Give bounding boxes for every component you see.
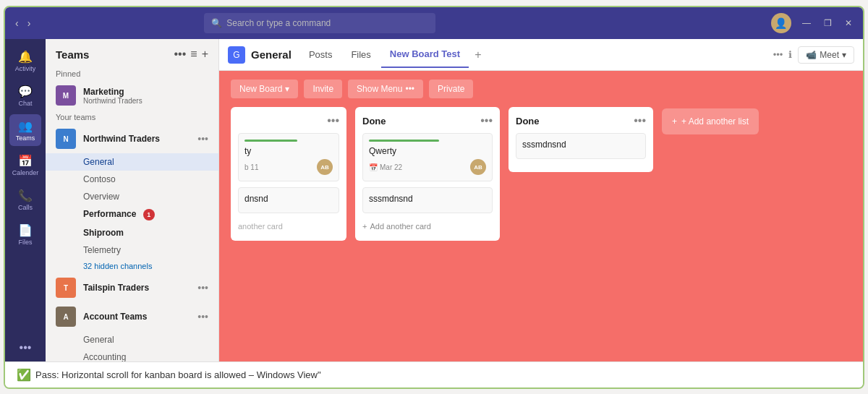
pinned-section-label: Pinned (46, 67, 218, 81)
new-board-arrow-icon: ▾ (285, 84, 289, 94)
icon-rail: 🔔 Activity 💬 Chat 👥 Teams 📅 Calender 📞 C… (5, 39, 46, 361)
chat-label: Chat (18, 100, 32, 107)
team-item-tailspin[interactable]: T Tailspin Traders ••• (46, 273, 218, 302)
pass-icon: ✅ (17, 368, 31, 382)
add-list-label: + Add another list (681, 116, 749, 127)
tailspin-name: Tailspin Traders (83, 283, 190, 293)
board-columns: ••• ty b 11 AB dnsnd (219, 107, 863, 361)
account-more-button[interactable]: ••• (197, 311, 208, 322)
channel-item-telemetry[interactable]: Telemetry (46, 241, 218, 259)
nav-arrows: ‹ › (12, 16, 33, 30)
pinned-team-sub: Northwind Traders (83, 97, 208, 105)
chat-icon: 💬 (18, 85, 33, 98)
sidebar-more-button[interactable]: ••• (174, 48, 187, 61)
teams-icon: 👥 (18, 119, 33, 133)
title-bar-actions: 👤 — ❒ ✕ (771, 13, 856, 33)
northwind-info: Northwind Traders (83, 134, 190, 144)
private-label: Private (438, 84, 464, 94)
tailspin-more-button[interactable]: ••• (197, 282, 208, 294)
northwind-avatar: N (56, 129, 76, 149)
channel-item-overview[interactable]: Overview (46, 188, 218, 205)
channel-item-accounting[interactable]: Accounting (46, 348, 218, 361)
column-2-title: Done (362, 116, 386, 127)
standalone-card[interactable]: sssmdnsnd (516, 133, 646, 159)
nav-back-button[interactable]: ‹ (12, 16, 22, 30)
column-3-header: Done ••• (516, 114, 646, 127)
board-toolbar: New Board ▾ Invite Show Menu ••• Private (219, 71, 863, 107)
column-3-more-button[interactable]: ••• (634, 114, 646, 127)
add-list-button[interactable]: + + Add another list (662, 108, 759, 134)
restore-button[interactable]: ❒ (820, 17, 835, 30)
sidebar-title: Teams (56, 48, 89, 61)
northwind-more-button[interactable]: ••• (197, 133, 208, 145)
sidebar-item-calls[interactable]: 📞 Calls (9, 184, 41, 215)
card-3-meta: 📅 Mar 22 AB (369, 159, 486, 175)
sidebar-item-activity[interactable]: 🔔 Activity (9, 45, 41, 77)
team-item-northwind[interactable]: N Northwind Traders ••• (46, 124, 218, 153)
nav-forward-button[interactable]: › (25, 16, 34, 30)
tailspin-avatar: T (56, 278, 76, 298)
sidebar-item-teams[interactable]: 👥 Teams (9, 114, 41, 146)
show-menu-dots-icon: ••• (405, 84, 414, 94)
sidebar-add-team-button[interactable]: + (202, 48, 208, 61)
channel-item-contoso[interactable]: Contoso (46, 171, 218, 188)
tab-posts[interactable]: Posts (300, 42, 341, 67)
more-apps-button[interactable]: ••• (20, 341, 32, 354)
sidebar-item-calendar[interactable]: 📅 Calender (9, 149, 41, 181)
add-tab-button[interactable]: + (470, 46, 485, 64)
show-menu-button[interactable]: Show Menu ••• (348, 80, 423, 98)
hidden-channels-link[interactable]: 32 hidden channels (46, 259, 218, 273)
private-button[interactable]: Private (429, 80, 473, 98)
bottom-bar: ✅ Pass: Horizontal scroll for kanban boa… (5, 361, 863, 387)
channel-item-general[interactable]: General (46, 153, 218, 171)
card-3-title: Qwerty (369, 146, 486, 156)
sidebar-item-files[interactable]: 📄 Files (9, 218, 41, 250)
card-3-member-avatar: AB (470, 159, 486, 175)
sidebar-item-chat[interactable]: 💬 Chat (9, 80, 41, 111)
column-3-title: Done (516, 116, 540, 127)
meet-chevron-icon: ▾ (842, 50, 846, 60)
board-column-done-2: Done ••• sssmdnsnd (509, 107, 653, 172)
card-1-meta: b 11 AB (244, 159, 333, 175)
channel-item-account-general[interactable]: General (46, 331, 218, 348)
search-bar[interactable]: 🔍 Search or type a command (204, 13, 435, 33)
column-1-header: ••• (238, 114, 339, 127)
board-column-done-1: Done ••• Qwerty 📅 Mar 22 AB (355, 107, 500, 241)
card-4[interactable]: sssmdnsnd (362, 187, 493, 213)
northwind-name: Northwind Traders (83, 134, 190, 144)
team-item-account[interactable]: A Account Teams ••• (46, 302, 218, 331)
card-1-title: ty (244, 146, 333, 156)
tab-files[interactable]: Files (342, 42, 379, 67)
card-3[interactable]: Qwerty 📅 Mar 22 AB (362, 133, 493, 181)
performance-badge: 1 (143, 209, 155, 220)
new-board-button[interactable]: New Board ▾ (231, 80, 298, 98)
add-card-button-col2[interactable]: + Add another card (362, 219, 493, 234)
invite-button[interactable]: Invite (304, 80, 342, 98)
card-2[interactable]: dnsnd (238, 187, 339, 213)
channel-item-performance[interactable]: Performance 1 (46, 205, 218, 224)
tab-info-button[interactable]: ℹ (788, 49, 792, 60)
files-icon: 📄 (18, 223, 33, 237)
card-1[interactable]: ty b 11 AB (238, 133, 339, 181)
invite-label: Invite (312, 84, 333, 94)
minimize-button[interactable]: — (799, 17, 814, 30)
teams-label: Teams (16, 134, 35, 142)
tab-new-board-test[interactable]: New Board Test (381, 41, 469, 68)
tab-more-button[interactable]: ••• (773, 49, 783, 60)
files-label: Files (18, 239, 32, 246)
pinned-team-item[interactable]: M Marketing Northwind Traders (46, 81, 218, 110)
close-button[interactable]: ✕ (841, 17, 856, 30)
tab-bar: G General Posts Files New Board Test + •… (219, 39, 863, 71)
column-2-header: Done ••• (362, 114, 493, 127)
column-1-more-button[interactable]: ••• (327, 114, 339, 127)
sidebar-filter-button[interactable]: ≡ (190, 48, 197, 61)
main-layout: 🔔 Activity 💬 Chat 👥 Teams 📅 Calender 📞 C… (5, 39, 863, 361)
account-info: Account Teams (83, 312, 190, 322)
calendar-icon: 📅 (18, 154, 33, 168)
channel-item-shiproom[interactable]: Shiproom (46, 224, 218, 241)
new-board-label: New Board (239, 84, 282, 94)
meet-button[interactable]: 📹 Meet ▾ (798, 46, 854, 64)
add-list-plus-icon: + (672, 116, 677, 127)
column-2-more-button[interactable]: ••• (480, 114, 493, 127)
user-avatar[interactable]: 👤 (771, 13, 791, 33)
